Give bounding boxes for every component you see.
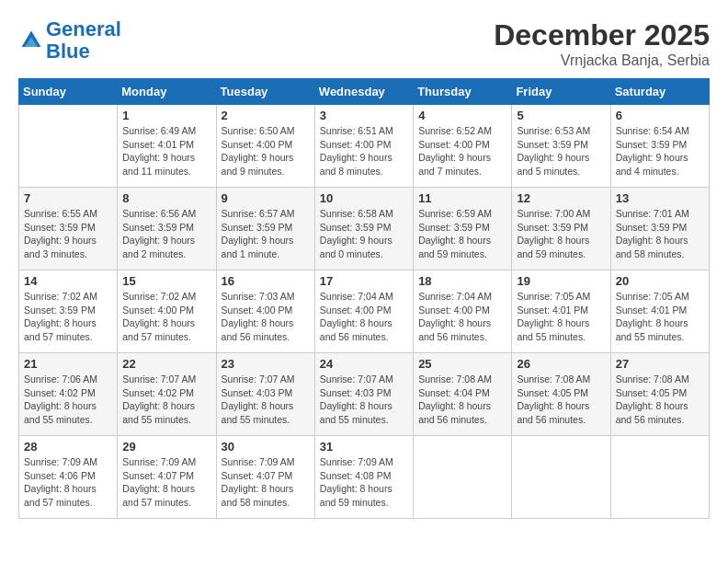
day-info: Sunrise: 7:09 AM Sunset: 4:07 PM Dayligh… (222, 455, 310, 510)
calendar-cell: 30Sunrise: 7:09 AM Sunset: 4:07 PM Dayli… (216, 436, 314, 519)
weekday-header-sunday: Sunday (19, 79, 118, 105)
calendar-cell: 21Sunrise: 7:06 AM Sunset: 4:02 PM Dayli… (19, 353, 118, 436)
day-info: Sunrise: 7:08 AM Sunset: 4:05 PM Dayligh… (616, 373, 704, 427)
calendar-cell (414, 436, 512, 519)
calendar-cell: 29Sunrise: 7:09 AM Sunset: 4:07 PM Dayli… (118, 436, 216, 519)
day-number: 7 (24, 191, 112, 205)
calendar-cell: 24Sunrise: 7:07 AM Sunset: 4:03 PM Dayli… (314, 353, 413, 436)
calendar-cell: 10Sunrise: 6:58 AM Sunset: 3:59 PM Dayli… (314, 188, 413, 270)
calendar-cell: 12Sunrise: 7:00 AM Sunset: 3:59 PM Dayli… (512, 188, 610, 270)
calendar-cell: 31Sunrise: 7:09 AM Sunset: 4:08 PM Dayli… (314, 436, 413, 519)
weekday-header-tuesday: Tuesday (216, 79, 314, 105)
day-number: 5 (517, 109, 605, 122)
calendar-cell: 2Sunrise: 6:50 AM Sunset: 4:00 PM Daylig… (216, 105, 314, 188)
day-info: Sunrise: 6:54 AM Sunset: 3:59 PM Dayligh… (616, 124, 704, 178)
calendar-cell: 26Sunrise: 7:08 AM Sunset: 4:05 PM Dayli… (512, 353, 610, 436)
calendar-cell: 18Sunrise: 7:04 AM Sunset: 4:00 PM Dayli… (414, 270, 512, 353)
week-row-1: 1Sunrise: 6:49 AM Sunset: 4:01 PM Daylig… (19, 105, 710, 188)
calendar-cell: 13Sunrise: 7:01 AM Sunset: 3:59 PM Dayli… (610, 188, 709, 270)
calendar-cell: 22Sunrise: 7:07 AM Sunset: 4:02 PM Dayli… (118, 353, 216, 436)
day-info: Sunrise: 7:08 AM Sunset: 4:05 PM Dayligh… (517, 373, 605, 427)
page-header: General Blue December 2025 Vrnjacka Banj… (18, 18, 710, 69)
day-info: Sunrise: 7:07 AM Sunset: 4:03 PM Dayligh… (222, 373, 310, 427)
week-row-3: 14Sunrise: 7:02 AM Sunset: 3:59 PM Dayli… (19, 270, 710, 353)
calendar-cell: 19Sunrise: 7:05 AM Sunset: 4:01 PM Dayli… (512, 270, 610, 353)
day-info: Sunrise: 7:09 AM Sunset: 4:06 PM Dayligh… (24, 455, 112, 510)
day-number: 30 (222, 440, 310, 454)
weekday-header-wednesday: Wednesday (314, 79, 413, 105)
day-info: Sunrise: 6:51 AM Sunset: 4:00 PM Dayligh… (320, 124, 408, 178)
day-number: 28 (24, 440, 112, 454)
day-info: Sunrise: 6:56 AM Sunset: 3:59 PM Dayligh… (122, 207, 210, 261)
day-info: Sunrise: 6:52 AM Sunset: 4:00 PM Dayligh… (418, 124, 506, 178)
logo-line2: Blue (46, 40, 90, 63)
week-row-2: 7Sunrise: 6:55 AM Sunset: 3:59 PM Daylig… (19, 188, 710, 270)
day-number: 29 (122, 440, 210, 454)
week-row-4: 21Sunrise: 7:06 AM Sunset: 4:02 PM Dayli… (19, 353, 710, 436)
calendar-table: SundayMondayTuesdayWednesdayThursdayFrid… (18, 78, 710, 519)
day-number: 2 (222, 109, 310, 122)
day-info: Sunrise: 6:50 AM Sunset: 4:00 PM Dayligh… (222, 124, 310, 178)
logo-text: General Blue (46, 18, 121, 63)
day-number: 3 (320, 109, 408, 122)
calendar-cell: 14Sunrise: 7:02 AM Sunset: 3:59 PM Dayli… (19, 270, 118, 353)
day-info: Sunrise: 7:09 AM Sunset: 4:08 PM Dayligh… (320, 455, 408, 510)
day-number: 8 (122, 191, 210, 205)
day-number: 15 (122, 274, 210, 288)
day-info: Sunrise: 7:00 AM Sunset: 3:59 PM Dayligh… (517, 207, 605, 261)
day-number: 26 (517, 357, 605, 371)
calendar-cell (512, 436, 610, 519)
calendar-cell: 17Sunrise: 7:04 AM Sunset: 4:00 PM Dayli… (314, 270, 413, 353)
page-subtitle: Vrnjacka Banja, Serbia (494, 52, 710, 69)
logo: General Blue (18, 18, 121, 63)
day-number: 24 (320, 357, 408, 371)
day-number: 21 (24, 357, 112, 371)
day-info: Sunrise: 6:58 AM Sunset: 3:59 PM Dayligh… (320, 207, 408, 261)
day-info: Sunrise: 7:07 AM Sunset: 4:02 PM Dayligh… (122, 373, 210, 427)
title-block: December 2025 Vrnjacka Banja, Serbia (494, 18, 710, 69)
day-number: 12 (517, 191, 605, 205)
day-info: Sunrise: 7:01 AM Sunset: 3:59 PM Dayligh… (616, 207, 704, 261)
day-number: 9 (222, 191, 310, 205)
calendar-cell: 16Sunrise: 7:03 AM Sunset: 4:00 PM Dayli… (216, 270, 314, 353)
day-info: Sunrise: 7:03 AM Sunset: 4:00 PM Dayligh… (222, 290, 310, 344)
calendar-cell (19, 105, 118, 188)
calendar-cell: 4Sunrise: 6:52 AM Sunset: 4:00 PM Daylig… (414, 105, 512, 188)
day-info: Sunrise: 6:55 AM Sunset: 3:59 PM Dayligh… (24, 207, 112, 261)
day-number: 6 (616, 109, 704, 122)
day-number: 17 (320, 274, 408, 288)
day-number: 22 (122, 357, 210, 371)
page-title: December 2025 (494, 18, 710, 52)
calendar-cell: 28Sunrise: 7:09 AM Sunset: 4:06 PM Dayli… (19, 436, 118, 519)
calendar-cell: 8Sunrise: 6:56 AM Sunset: 3:59 PM Daylig… (118, 188, 216, 270)
day-info: Sunrise: 7:08 AM Sunset: 4:04 PM Dayligh… (418, 373, 506, 427)
day-info: Sunrise: 6:49 AM Sunset: 4:01 PM Dayligh… (122, 124, 210, 178)
day-info: Sunrise: 7:07 AM Sunset: 4:03 PM Dayligh… (320, 373, 408, 427)
day-number: 11 (418, 191, 506, 205)
day-number: 16 (222, 274, 310, 288)
day-info: Sunrise: 7:02 AM Sunset: 3:59 PM Dayligh… (24, 290, 112, 344)
day-info: Sunrise: 7:02 AM Sunset: 4:00 PM Dayligh… (122, 290, 210, 344)
day-info: Sunrise: 7:05 AM Sunset: 4:01 PM Dayligh… (517, 290, 605, 344)
day-number: 27 (616, 357, 704, 371)
day-number: 20 (616, 274, 704, 288)
day-info: Sunrise: 7:05 AM Sunset: 4:01 PM Dayligh… (616, 290, 704, 344)
day-number: 25 (418, 357, 506, 371)
day-info: Sunrise: 7:04 AM Sunset: 4:00 PM Dayligh… (320, 290, 408, 344)
weekday-header-friday: Friday (512, 79, 610, 105)
day-number: 18 (418, 274, 506, 288)
day-number: 31 (320, 440, 408, 454)
calendar-cell: 6Sunrise: 6:54 AM Sunset: 3:59 PM Daylig… (610, 105, 709, 188)
calendar-cell: 23Sunrise: 7:07 AM Sunset: 4:03 PM Dayli… (216, 353, 314, 436)
logo-line1: General (46, 17, 121, 40)
day-number: 23 (222, 357, 310, 371)
weekday-header-saturday: Saturday (610, 79, 709, 105)
day-info: Sunrise: 7:09 AM Sunset: 4:07 PM Dayligh… (122, 455, 210, 510)
day-number: 13 (616, 191, 704, 205)
calendar-cell: 5Sunrise: 6:53 AM Sunset: 3:59 PM Daylig… (512, 105, 610, 188)
calendar-cell: 9Sunrise: 6:57 AM Sunset: 3:59 PM Daylig… (216, 188, 314, 270)
day-number: 10 (320, 191, 408, 205)
day-info: Sunrise: 7:04 AM Sunset: 4:00 PM Dayligh… (418, 290, 506, 344)
day-info: Sunrise: 6:57 AM Sunset: 3:59 PM Dayligh… (222, 207, 310, 261)
calendar-cell: 25Sunrise: 7:08 AM Sunset: 4:04 PM Dayli… (414, 353, 512, 436)
